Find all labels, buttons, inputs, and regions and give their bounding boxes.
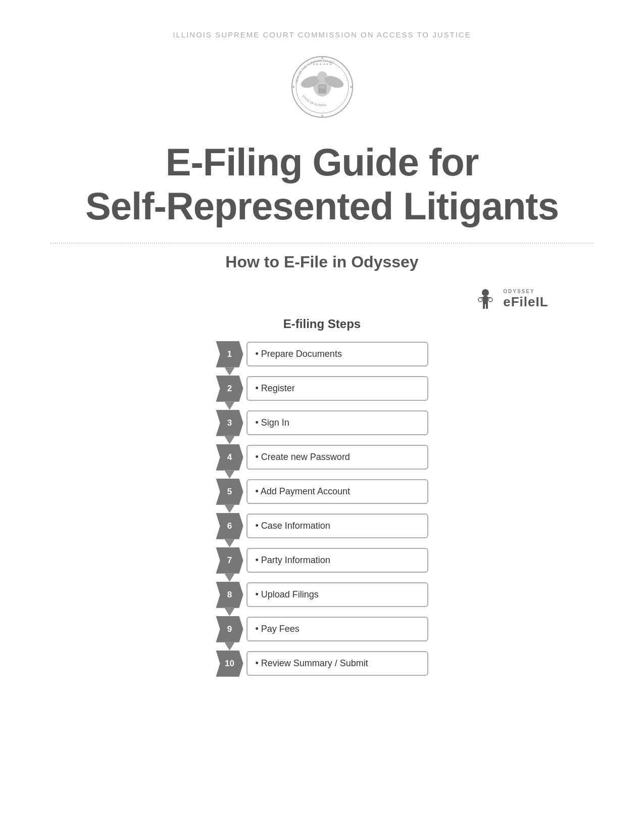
efile-icon [473,287,498,312]
steps-list: 1• Prepare Documents2• Register3• Sign I… [216,341,428,677]
step-box: • Pay Fees [246,617,428,641]
step-connector [216,642,428,651]
step-box: • Case Information [246,514,428,538]
step-label: • Prepare Documents [256,349,342,359]
step-label: • Create new Password [256,452,350,462]
step-box: • Prepare Documents [246,342,428,366]
main-title: E-Filing Guide for Self-Represented Liti… [85,140,559,228]
org-header: ILLINOIS SUPREME COURT COMMISSION ON ACC… [173,30,471,39]
step-number: 2 [227,384,232,394]
step-number: 1 [227,349,232,359]
connector-arrow [225,642,235,651]
step-box: • Sign In [246,410,428,435]
step-number: 4 [227,452,232,462]
step-row: 10• Review Summary / Submit [216,651,428,677]
step-number: 7 [227,555,232,566]
step-connector [216,436,428,444]
svg-rect-8 [319,85,325,88]
step-number: 8 [227,590,232,600]
step-box: • Party Information [246,548,428,573]
svg-point-14 [292,86,294,88]
connector-arrow [225,471,235,479]
step-arrow-badge: 8 [216,582,243,608]
step-arrow-badge: 5 [216,479,243,505]
step-label: • Sign In [256,418,289,428]
step-row: 2• Register [216,376,428,402]
step-connector [216,539,428,547]
step-connector [216,574,428,582]
step-connector [216,367,428,376]
step-number: 9 [227,624,232,634]
svg-point-16 [482,289,489,296]
svg-point-20 [488,298,492,302]
step-box: • Create new Password [246,445,428,470]
connector-arrow [225,367,235,376]
step-row: 6• Case Information [216,513,428,539]
efile-logo-text: ODYSSEY eFileIL [503,289,548,310]
connector-arrow [225,505,235,513]
svg-point-15 [350,86,352,88]
connector-arrow [225,402,235,410]
step-arrow-badge: 2 [216,376,243,402]
step-arrow-badge: 3 [216,410,243,436]
step-box: • Add Payment Account [246,479,428,504]
step-box: • Register [246,376,428,401]
step-arrow-badge: 10 [216,651,243,677]
seal-logo: ★ ★ ★ ★ ★ ★ SEAL OF THE SUPREME COURT ST… [289,54,355,120]
step-arrow-badge: 1 [216,341,243,367]
step-box: • Review Summary / Submit [246,651,428,676]
step-label: • Upload Filings [256,589,319,600]
step-label: • Add Payment Account [256,486,350,497]
step-arrow-badge: 6 [216,513,243,539]
step-label: • Review Summary / Submit [256,658,368,669]
step-label: • Pay Fees [256,624,300,634]
step-number: 5 [227,487,232,497]
odyssey-label: ODYSSEY [503,289,534,294]
subtitle: How to E-File in Odyssey [225,253,418,271]
steps-heading: E-filing Steps [283,317,361,331]
efile-logo-area: ODYSSEY eFileIL [95,287,548,312]
step-number: 6 [227,521,232,531]
svg-point-19 [478,298,482,302]
step-number: 10 [225,659,234,669]
step-row: 5• Add Payment Account [216,479,428,505]
step-label: • Register [256,383,295,394]
step-connector [216,505,428,513]
step-connector [216,402,428,410]
efile-label: eFileIL [503,294,548,310]
step-label: • Party Information [256,555,330,566]
step-row: 4• Create new Password [216,444,428,471]
step-connector [216,471,428,479]
step-number: 3 [227,418,232,428]
connector-arrow [225,608,235,616]
connector-arrow [225,539,235,547]
connector-arrow [225,436,235,444]
step-box: • Upload Filings [246,582,428,607]
connector-arrow [225,574,235,582]
step-row: 3• Sign In [216,410,428,436]
step-connector [216,608,428,616]
svg-point-5 [317,71,327,81]
step-label: • Case Information [256,521,330,531]
svg-text:★ ★ ★ ★ ★ ★: ★ ★ ★ ★ ★ ★ [312,63,331,66]
step-arrow-badge: 7 [216,547,243,574]
step-row: 9• Pay Fees [216,616,428,642]
step-arrow-badge: 9 [216,616,243,642]
step-row: 8• Upload Filings [216,582,428,608]
svg-rect-21 [483,304,485,309]
step-row: 7• Party Information [216,547,428,574]
svg-rect-22 [486,304,488,309]
step-arrow-badge: 4 [216,444,243,471]
title-divider [51,243,594,244]
svg-point-12 [321,57,323,59]
step-row: 1• Prepare Documents [216,341,428,367]
svg-point-13 [321,115,323,117]
